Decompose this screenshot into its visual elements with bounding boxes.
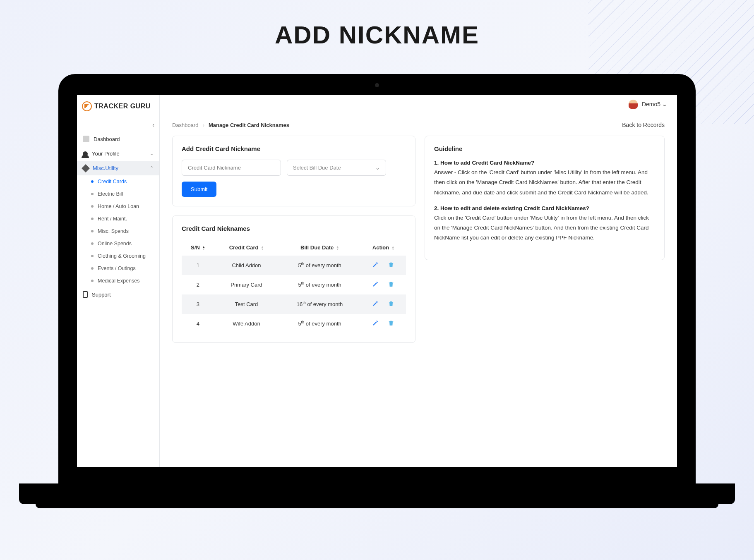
laptop-base — [19, 483, 735, 504]
sidebar-item-credit-cards[interactable]: Credit Cards — [85, 175, 159, 188]
guideline-a2: Click on the 'Credit Card' button under … — [434, 213, 655, 243]
cell-sn: 3 — [182, 294, 214, 314]
sidebar-item-online-spends[interactable]: Online Spends — [85, 237, 159, 250]
sub-label: Medical Expenses — [98, 278, 139, 284]
sidebar-item-electric-bill[interactable]: Electric Bill — [85, 188, 159, 200]
sort-icon: ▲▼ — [202, 246, 205, 251]
delete-icon[interactable] — [388, 300, 394, 308]
sub-label: Misc. Spends — [98, 228, 129, 234]
cell-due: 5th of every month — [279, 256, 361, 275]
sub-label: Credit Cards — [98, 179, 127, 184]
sidebar-item-home-auto-loan[interactable]: Home / Auto Loan — [85, 200, 159, 213]
delete-icon[interactable] — [388, 261, 394, 269]
edit-icon[interactable] — [372, 320, 379, 328]
chevron-right-icon: › — [203, 122, 204, 128]
guideline-q2: 2. How to edit and delete existing Credi… — [434, 205, 655, 211]
submit-button[interactable]: Submit — [182, 182, 216, 197]
sidebar-item-rent-maint[interactable]: Rent / Maint. — [85, 213, 159, 225]
sort-icon: ▲▼ — [391, 246, 394, 251]
cell-sn: 2 — [182, 275, 214, 294]
guideline-card: Guideline 1. How to add Credit Card Nick… — [425, 136, 665, 260]
nickname-input[interactable] — [182, 160, 281, 176]
delete-icon[interactable] — [388, 320, 394, 328]
table-row: 3Test Card16th of every month — [182, 294, 406, 314]
breadcrumb-current: Manage Credit Card Nicknames — [209, 122, 289, 128]
cell-sn: 1 — [182, 256, 214, 275]
sidebar-collapse-button[interactable]: ‹ — [147, 118, 159, 132]
nav-label: Your Profile — [92, 151, 120, 157]
breadcrumb-dashboard[interactable]: Dashboard — [172, 122, 199, 128]
sidebar-item-clothing-grooming[interactable]: Clothing & Grooming — [85, 250, 159, 262]
app-screen: TRACKER GURU ‹ Dashboard Your Profile ⌄ … — [77, 95, 677, 467]
col-due[interactable]: Bill Due Date▲▼ — [279, 239, 361, 256]
breadcrumb-row: Dashboard › Manage Credit Card Nicknames… — [160, 114, 677, 136]
select-placeholder: Select Bill Due Date — [293, 165, 341, 171]
edit-icon[interactable] — [372, 281, 379, 289]
page-heading: ADD NICKNAME — [0, 0, 754, 49]
guideline-title: Guideline — [434, 145, 655, 152]
nicknames-table: S/N▲▼ Credit Card▲▼ Bill Due Date▲▼ Acti… — [182, 239, 406, 333]
cell-name: Child Addon — [214, 256, 279, 275]
cell-action — [361, 314, 406, 333]
sub-label: Home / Auto Loan — [98, 203, 139, 209]
table-row: 2Primary Card5th of every month — [182, 275, 406, 294]
chevron-down-icon: ⌄ — [150, 151, 154, 156]
cell-sn: 4 — [182, 314, 214, 333]
guideline-q1: 1. How to add Credit Card NickName? — [434, 160, 655, 166]
due-date-select[interactable]: Select Bill Due Date ⌄ — [287, 160, 386, 176]
clipboard-icon — [83, 291, 88, 298]
sub-label: Electric Bill — [98, 191, 123, 197]
back-to-records-link[interactable]: Back to Records — [622, 122, 665, 128]
nav-support[interactable]: Support — [77, 287, 159, 302]
bullet-icon — [91, 218, 94, 220]
bullet-icon — [91, 193, 94, 195]
col-action[interactable]: Action▲▼ — [361, 239, 406, 256]
chevron-down-icon: ⌄ — [662, 101, 667, 108]
cell-action — [361, 256, 406, 275]
bullet-icon — [91, 255, 94, 257]
cell-due: 5th of every month — [279, 275, 361, 294]
table-row: 4Wife Addon5th of every month — [182, 314, 406, 333]
add-nickname-title: Add Credit Card Nickname — [182, 145, 406, 152]
box-icon — [82, 164, 90, 172]
user-menu[interactable]: Demo5 ⌄ — [642, 101, 667, 108]
sub-label: Online Spends — [98, 241, 132, 246]
bullet-icon — [91, 180, 94, 183]
nav-label: Dashboard — [94, 136, 120, 142]
misc-utility-submenu: Credit Cards Electric Bill Home / Auto L… — [77, 175, 159, 287]
sidebar-item-events-outings[interactable]: Events / Outings — [85, 262, 159, 275]
breadcrumb: Dashboard › Manage Credit Card Nicknames — [172, 122, 289, 128]
nicknames-table-card: Credit Card Nicknames S/N▲▼ Credit Card▲… — [172, 215, 415, 343]
sidebar-item-medical-expenses[interactable]: Medical Expenses — [85, 275, 159, 287]
col-sn[interactable]: S/N▲▼ — [182, 239, 214, 256]
edit-icon[interactable] — [372, 300, 379, 308]
chevron-left-icon: ‹ — [152, 122, 154, 128]
cell-action — [361, 294, 406, 314]
cell-name: Test Card — [214, 294, 279, 314]
col-card[interactable]: Credit Card▲▼ — [214, 239, 279, 256]
laptop-frame: TRACKER GURU ‹ Dashboard Your Profile ⌄ … — [58, 74, 696, 504]
sidebar: TRACKER GURU ‹ Dashboard Your Profile ⌄ … — [77, 95, 160, 467]
cell-due: 16th of every month — [279, 294, 361, 314]
cell-name: Wife Addon — [214, 314, 279, 333]
brand-name: TRACKER GURU — [94, 103, 151, 110]
nav-your-profile[interactable]: Your Profile ⌄ — [77, 146, 159, 161]
nav-dashboard[interactable]: Dashboard — [77, 132, 159, 146]
sort-icon: ▲▼ — [261, 246, 264, 251]
topbar: Demo5 ⌄ — [160, 95, 677, 114]
edit-icon[interactable] — [372, 261, 379, 269]
avatar[interactable] — [629, 100, 638, 109]
bullet-icon — [91, 267, 94, 270]
cell-action — [361, 275, 406, 294]
cell-name: Primary Card — [214, 275, 279, 294]
sub-label: Events / Outings — [98, 266, 136, 271]
sidebar-item-misc-spends[interactable]: Misc. Spends — [85, 225, 159, 237]
bullet-icon — [91, 230, 94, 232]
nav-misc-utility[interactable]: Misc.Utility ⌃ — [77, 161, 159, 175]
delete-icon[interactable] — [388, 281, 394, 289]
bullet-icon — [91, 205, 94, 208]
brand-logo[interactable]: TRACKER GURU — [77, 95, 159, 118]
bullet-icon — [91, 242, 94, 245]
chevron-up-icon: ⌃ — [150, 165, 154, 171]
nav-label: Support — [92, 292, 111, 298]
